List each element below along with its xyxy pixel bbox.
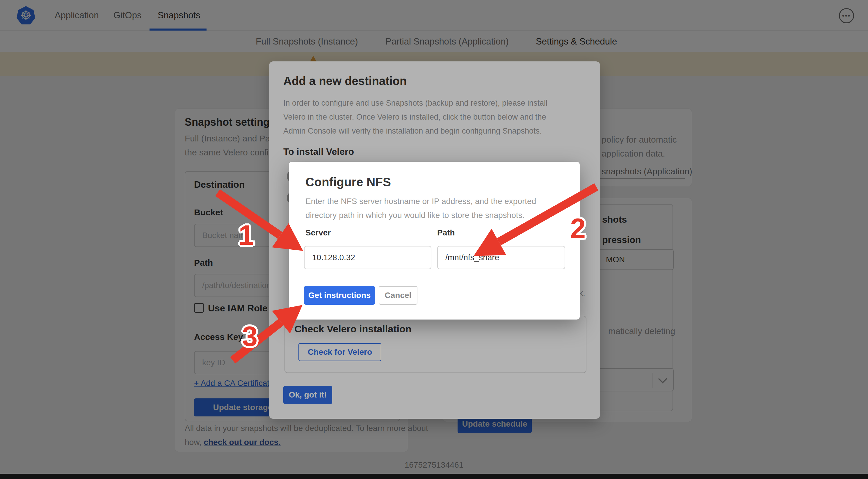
nfs-path-label: Path	[437, 228, 455, 237]
screenshot-root: ☸ Application GitOps Snapshots ••• Full …	[0, 0, 868, 479]
cancel-button[interactable]: Cancel	[379, 286, 417, 305]
nfs-description-line1: Enter the NFS server hostname or IP addr…	[305, 197, 536, 206]
server-input[interactable]	[304, 246, 431, 269]
nfs-description-line2: directory path in which you would like t…	[305, 211, 524, 220]
get-instructions-button[interactable]: Get instructions	[304, 286, 375, 305]
nfs-path-input[interactable]	[437, 246, 565, 269]
configure-nfs-modal: Configure NFS Enter the NFS server hostn…	[289, 162, 580, 320]
server-label: Server	[305, 228, 331, 237]
configure-nfs-title: Configure NFS	[305, 175, 391, 189]
